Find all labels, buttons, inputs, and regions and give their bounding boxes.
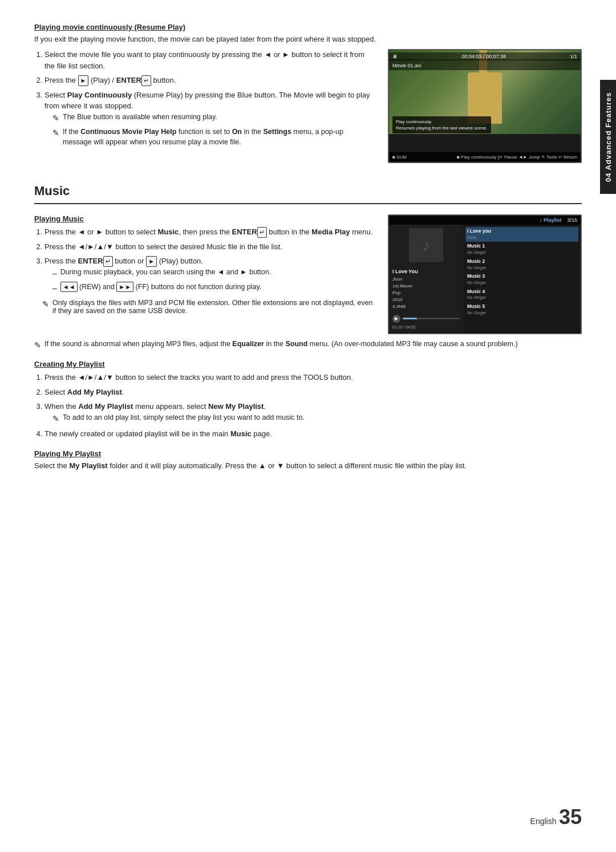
playing-music-text: Playing Music Press the ◄ or ► button to… <box>34 214 374 317</box>
music-tv-col: ♪ Playlist 3/15 ♪ I Love You Jhon 1st Al… <box>388 214 582 334</box>
creating-playlist-steps: Press the ◄/►/▲/▼ button to select the t… <box>34 372 582 439</box>
playlist-sub-4: No Singer <box>467 295 577 301</box>
playlist-title-2: Music 2 <box>467 258 577 265</box>
song-year: 2010 <box>392 297 460 303</box>
playlist-item-4: Music 4 No Singer <box>465 287 578 302</box>
playlist-title-0: I Love you <box>467 228 577 235</box>
tv-bottom-right: ■ Play continuously [↵ Pause ◄► Jump ✎ T… <box>457 155 577 160</box>
resume-step-2: Press the ► (Play) / ENTER↵ button. <box>44 75 374 86</box>
playlist-sub-3: No Singer <box>467 280 577 286</box>
tv-file-name: Movie 01.avi <box>392 63 422 68</box>
playlist-count: 3/15 <box>567 217 577 223</box>
resume-tv-screenshot-col: 🖥 00:04:03 / 00:07:38 1/1 Movie 01.avi P… <box>388 49 582 163</box>
music-right-panel: I Love you Jhon Music 1 No Singer Music … <box>463 225 581 332</box>
playing-note-2: ✎ If the sound is abnormal when playing … <box>34 340 582 350</box>
playing-subnote-1: – During music playback, you can search … <box>52 267 374 279</box>
music-top-bar: ♪ Playlist 3/15 <box>389 216 581 225</box>
music-left-panel: ♪ I Love You Jhon 1st Album Pop 2010 4.2… <box>389 225 463 332</box>
playlist-item-0: I Love you Jhon <box>465 227 578 242</box>
page-number: 35 <box>559 805 582 829</box>
english-label: English <box>530 817 557 826</box>
playlist-sub-5: No Singer <box>467 310 577 317</box>
music-content: ♪ I Love You Jhon 1st Album Pop 2010 4.2… <box>389 225 581 332</box>
playing-playlist-text: Select the My Playlist folder and it wil… <box>34 461 582 470</box>
resume-steps: Select the movie file you want to play c… <box>34 49 374 148</box>
progress-bar <box>403 318 460 319</box>
tv-bottom-bar: ■ SUM ■ Play continuously [↵ Pause ◄► Ju… <box>389 152 581 162</box>
playlist-sub-0: Jhon <box>467 235 577 241</box>
music-section-title: Music <box>34 184 582 204</box>
tv-title-bar: Movie 01.avi <box>389 59 581 70</box>
playlist-label: ♪ Playlist 3/15 <box>540 217 577 223</box>
playlist-title-4: Music 4 <box>467 289 577 295</box>
creating-step-4: The newly created or updated playlist wi… <box>44 428 582 440</box>
creating-step-1: Press the ◄/►/▲/▼ button to select the t… <box>44 372 582 383</box>
overlay-line2: Resumes playing from the last viewed sce… <box>396 125 488 131</box>
resume-note-2: ✎ If the Continuous Movie Play Help func… <box>52 127 374 148</box>
playing-music-col: Playing Music Press the ◄ or ► button to… <box>34 214 582 334</box>
playlist-title-3: Music 3 <box>467 273 577 280</box>
song-size: 4.2MB <box>392 303 460 310</box>
playing-step-1: Press the ◄ or ► button to select Music,… <box>44 226 374 238</box>
side-tab-label: 04 Advanced Features <box>604 92 613 182</box>
page-footer: English 35 <box>530 805 582 829</box>
resume-two-col: Select the movie file you want to play c… <box>34 49 582 163</box>
giraffe-head <box>476 49 488 51</box>
song-artist: Jhon <box>392 276 460 283</box>
playing-playlist-title: Playing My Playlist <box>34 449 582 458</box>
song-genre: Pop <box>392 290 460 297</box>
music-section: Music Playing Music Press the ◄ or ► but… <box>34 184 582 470</box>
creating-step3-note: ✎ To add to an old play list, simply sel… <box>52 412 582 425</box>
music-progress: ▶ <box>392 315 460 323</box>
song-title: I Love You <box>392 268 460 276</box>
creating-step-2: Select Add My Playlist. <box>44 387 582 398</box>
playlist-sub-1: No Singer <box>467 250 577 256</box>
page-container: 04 Advanced Features Playing movie conti… <box>0 0 616 852</box>
playing-note-1: ✎ Only displays the files with MP3 and P… <box>42 299 374 315</box>
tv-time-display: 00:04:03 / 00:07:38 <box>461 54 506 59</box>
creating-playlist-section: Creating My Playlist Press the ◄/►/▲/▼ b… <box>34 360 582 439</box>
playlist-item-3: Music 3 No Singer <box>465 272 578 287</box>
tv-page-num: 1/1 <box>570 54 577 59</box>
playing-step-3: Press the ENTER↵ button or ► (Play) butt… <box>44 255 374 294</box>
playlist-sub-2: No Singer <box>467 265 577 271</box>
overlay-line1: Play continuously <box>396 119 488 125</box>
playing-music-title: Playing Music <box>34 214 374 223</box>
playing-subnote-2: – ◄◄ (REW) and ►► (FF) buttons do not fu… <box>52 282 374 294</box>
resume-section: Playing movie continuously (Resume Play)… <box>34 23 582 163</box>
music-time: 01:10 / 04:52 <box>392 325 460 329</box>
playing-step-2: Press the ◄/►/▲/▼ button to select the d… <box>44 241 374 253</box>
resume-tv-screenshot: 🖥 00:04:03 / 00:07:38 1/1 Movie 01.avi P… <box>388 49 582 163</box>
playing-playlist-section: Playing My Playlist Select the My Playli… <box>34 449 582 470</box>
album-art: ♪ <box>409 228 443 262</box>
music-tv-screenshot: ♪ Playlist 3/15 ♪ I Love You Jhon 1st Al… <box>388 214 582 334</box>
playlist-item-1: Music 1 No Singer <box>465 242 578 257</box>
song-album: 1st Album <box>392 283 460 290</box>
playlist-item-2: Music 2 No Singer <box>465 257 578 272</box>
resume-step-3: Select Play Continuously (Resume Play) b… <box>44 90 374 148</box>
playlist-item-5: Music 5 No Singer <box>465 302 578 317</box>
resume-intro: If you exit the playing movie function, … <box>34 35 582 43</box>
playing-music-steps: Press the ◄ or ► button to select Music,… <box>34 226 374 294</box>
resume-note-1: ✎ The Blue button is available when resu… <box>52 112 374 124</box>
music-note-icon: ♪ <box>423 237 430 254</box>
playlist-title-1: Music 1 <box>467 243 577 250</box>
tv-overlay-message: Play continuously Resumes playing from t… <box>392 116 491 133</box>
music-info: I Love You Jhon 1st Album Pop 2010 4.2MB <box>392 268 460 310</box>
play-button-icon: ▶ <box>392 315 400 323</box>
music-bottom-bar: ■ SUM [↵ Pause ◄► Jump ✎ Tools ↩ Return <box>389 332 581 335</box>
music-bottom-right: [↵ Pause ◄► Jump ✎ Tools ↩ Return <box>498 334 577 335</box>
creating-step-3: When the Add My Playlist menu appears, s… <box>44 401 582 425</box>
tv-icon: 🖥 <box>392 54 398 59</box>
playlist-title-5: Music 5 <box>467 303 577 310</box>
tv-bottom-left: ■ SUM <box>392 155 407 160</box>
progress-fill <box>403 318 417 319</box>
resume-text-col: Select the movie file you want to play c… <box>34 49 374 152</box>
side-tab: 04 Advanced Features <box>600 80 616 194</box>
creating-playlist-title: Creating My Playlist <box>34 360 582 368</box>
music-bottom-left: ■ SUM <box>392 334 407 335</box>
resume-step-1: Select the movie file you want to play c… <box>44 49 374 71</box>
resume-section-title: Playing movie continuously (Resume Play) <box>34 23 582 31</box>
